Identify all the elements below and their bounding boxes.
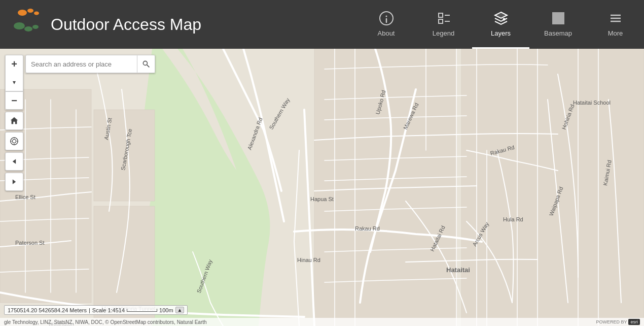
header: Outdoor Access Map About Legend [0, 0, 644, 49]
svg-line-60 [147, 65, 150, 68]
scale-bar: 1750514.20 5426584.24 Meters | Scale 1:4… [4, 305, 188, 315]
svg-rect-25 [94, 206, 155, 318]
basemap-icon [550, 10, 566, 26]
search-bar [25, 55, 155, 73]
more-icon [607, 10, 624, 26]
attribution-bar: gle Technology, LINZ, StatsNZ, NIWA, DOC… [0, 318, 644, 326]
zoom-group: + ▾ − [5, 55, 23, 110]
nav-label-legend: Legend [433, 29, 454, 37]
back-icon [10, 157, 18, 166]
coordinates-display: 1750514.20 5426584.24 Meters [8, 307, 87, 313]
svg-text:Hapua St: Hapua St [310, 196, 334, 202]
nav-label-layers: Layers [491, 29, 511, 37]
layers-icon [493, 10, 509, 26]
scale-display: Scale 1:4514 [92, 307, 125, 313]
esri-badge: esri [628, 319, 640, 325]
svg-text:Paterson St: Paterson St [15, 240, 44, 246]
nav-label-about: About [378, 29, 395, 37]
svg-text:Hinau Rd: Hinau Rd [297, 257, 320, 263]
nav-item-more[interactable]: More [587, 0, 644, 49]
nav-label-more: More [608, 29, 623, 37]
home-icon [10, 116, 19, 125]
forward-icon [10, 178, 18, 186]
info-icon [378, 10, 395, 26]
svg-text:Hataitai: Hataitai [446, 266, 470, 274]
svg-text:Hula Rd: Hula Rd [503, 216, 523, 222]
svg-rect-15 [552, 12, 558, 18]
nav-item-layers[interactable]: Layers [472, 0, 529, 49]
svg-rect-16 [558, 12, 564, 18]
svg-rect-10 [439, 19, 443, 23]
nav-item-about[interactable]: About [357, 0, 415, 49]
legend-icon [436, 10, 452, 26]
esri-logo: POWERED BY esri [596, 319, 640, 325]
search-input[interactable] [25, 55, 137, 73]
scale-up-button[interactable]: ▲ [175, 307, 185, 313]
svg-point-1 [27, 9, 33, 13]
svg-point-59 [143, 61, 147, 65]
svg-point-4 [24, 26, 32, 31]
svg-point-54 [11, 138, 18, 145]
search-icon [142, 60, 150, 68]
svg-text:Rakau Rd: Rakau Rd [355, 225, 380, 232]
svg-rect-9 [439, 13, 443, 17]
home-button[interactable] [5, 112, 23, 130]
attribution-text: gle Technology, LINZ, StatsNZ, NIWA, DOC… [4, 319, 207, 325]
svg-point-14 [503, 18, 505, 21]
scale-distance-label: 100m [159, 307, 173, 313]
map-canvas: Southern Way Alexandra Rd Hapua St Hinau… [0, 49, 644, 326]
svg-text:Ellice St: Ellice St [15, 194, 35, 200]
svg-text:Hataitai School: Hataitai School [573, 100, 611, 106]
svg-point-2 [34, 12, 39, 15]
svg-point-5 [32, 25, 39, 29]
svg-rect-27 [461, 49, 644, 326]
locate-button[interactable] [5, 132, 23, 150]
powered-by-label: POWERED BY [596, 319, 627, 324]
logo-area: Outdoor Access Map [0, 7, 357, 42]
svg-point-3 [14, 22, 25, 29]
zoom-dropdown-button[interactable]: ▾ [5, 73, 23, 91]
back-button[interactable] [5, 152, 23, 171]
nav-label-basemap: Basemap [544, 29, 572, 37]
left-toolbar: + ▾ − [5, 55, 23, 191]
nav-item-basemap[interactable]: Basemap [529, 0, 587, 49]
svg-point-53 [12, 139, 16, 143]
nav-bar: About Legend Layers [357, 0, 644, 49]
forward-button[interactable] [5, 173, 23, 191]
svg-point-0 [18, 10, 27, 16]
svg-marker-13 [495, 12, 507, 18]
map-container[interactable]: Southern Way Alexandra Rd Hapua St Hinau… [0, 49, 644, 326]
svg-rect-18 [558, 18, 564, 24]
scale-bar-line [127, 309, 157, 312]
nav-item-legend[interactable]: Legend [415, 0, 472, 49]
locate-icon [10, 137, 19, 146]
svg-rect-17 [552, 18, 558, 24]
zoom-in-button[interactable]: + [5, 55, 23, 73]
app-logo [8, 7, 44, 42]
search-button[interactable] [137, 55, 155, 73]
scale-separator: | [89, 307, 90, 313]
zoom-out-button[interactable]: − [5, 91, 23, 110]
app-title: Outdoor Access Map [51, 15, 201, 34]
